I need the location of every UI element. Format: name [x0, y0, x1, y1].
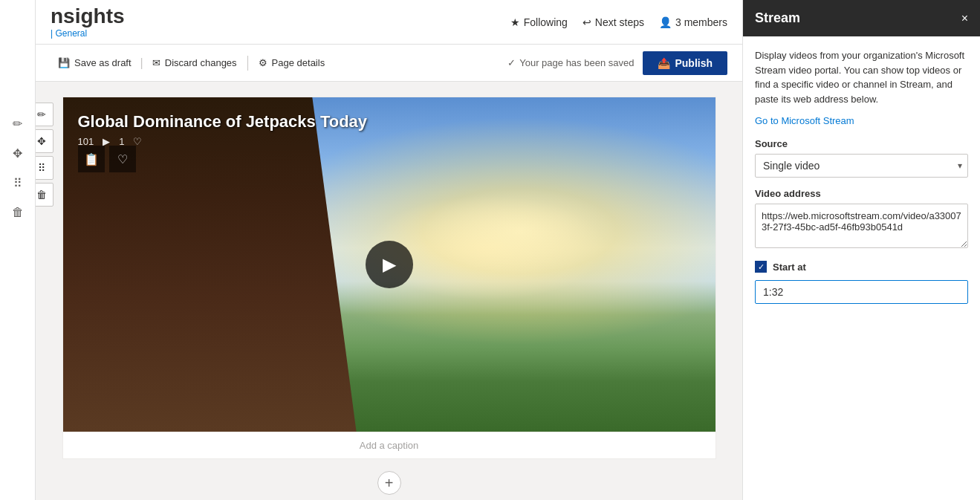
discard-icon: ✉	[152, 57, 160, 68]
publish-icon: 📤	[658, 57, 670, 69]
saved-status: ✓ Your page has been saved	[507, 57, 634, 68]
toolbar-separator	[247, 56, 248, 71]
following-label: Following	[524, 16, 568, 28]
site-title: nsights	[51, 5, 125, 28]
video-title: Global Dominance of Jetpacks Today	[78, 112, 368, 132]
publish-label: Publish	[675, 57, 713, 69]
page-details-label: Page details	[272, 57, 325, 68]
caption-area[interactable]: Add a caption	[63, 432, 715, 458]
delete-icon[interactable]: 🗑	[6, 201, 30, 224]
panel-body: Display videos from your organization's …	[743, 36, 980, 316]
star-icon: ★	[510, 16, 520, 28]
members-info[interactable]: 👤 3 members	[659, 16, 727, 28]
webpart-delete-button[interactable]: 🗑	[36, 183, 53, 207]
members-label: 3 members	[675, 16, 727, 28]
source-select-wrapper: Single video Channel Playlist ▾	[755, 154, 968, 178]
save-draft-button[interactable]: 💾 Save as draft	[51, 53, 139, 73]
save-icon: 💾	[58, 57, 70, 68]
video-like-button[interactable]: ♡	[109, 146, 136, 172]
publish-button[interactable]: 📤 Publish	[643, 51, 727, 75]
following-button[interactable]: ★ Following	[510, 16, 568, 28]
go-to-stream-link[interactable]: Go to Microsoft Stream	[755, 115, 968, 126]
checkmark-icon: ✓	[758, 263, 765, 271]
panel-description: Display videos from your organization's …	[755, 48, 968, 106]
panel-header: Stream ×	[743, 0, 980, 36]
video-actions: 📋 ♡	[78, 146, 136, 172]
toolbar: 💾 Save as draft | ✉ Discard changes ⚙ Pa…	[36, 45, 742, 82]
gear-icon: ⚙	[259, 57, 267, 68]
caption-placeholder: Add a caption	[360, 440, 419, 451]
webpart-move-button[interactable]: ✥	[36, 129, 53, 153]
add-section-bar: +	[51, 471, 727, 495]
drag-icon[interactable]: ⠿	[6, 171, 30, 195]
header-right: ★ Following ↩ Next steps 👤 3 members	[510, 16, 727, 28]
panel-title: Stream	[755, 10, 800, 26]
toolbar-divider: |	[139, 56, 145, 70]
check-icon: ✓	[507, 57, 516, 68]
video-info-overlay: Global Dominance of Jetpacks Today 101 ▶…	[78, 112, 368, 147]
stream-panel: Stream × Display videos from your organi…	[742, 0, 980, 500]
top-header: nsights | General ★ Following ↩ Next ste…	[36, 0, 742, 45]
person-icon: 👤	[659, 16, 672, 28]
webpart-drag-button[interactable]: ⠿	[36, 156, 53, 180]
main-content: nsights | General ★ Following ↩ Next ste…	[36, 0, 742, 500]
nextsteps-label: Next steps	[595, 16, 644, 28]
nextsteps-button[interactable]: ↩ Next steps	[583, 16, 644, 28]
start-at-checkbox[interactable]: ✓	[755, 261, 767, 273]
page-content: ✏ ✥ ⠿ 🗑 Global Domi	[36, 82, 742, 500]
webpart-edit-button[interactable]: ✏	[36, 103, 53, 126]
start-at-input[interactable]	[755, 280, 968, 304]
nextsteps-icon: ↩	[583, 16, 591, 28]
discard-changes-button[interactable]: ✉ Discard changes	[145, 53, 244, 73]
start-at-row: ✓ Start at	[755, 261, 968, 273]
save-draft-label: Save as draft	[74, 57, 132, 68]
video-address-label: Video address	[755, 188, 968, 199]
move-icon[interactable]: ✥	[6, 141, 30, 165]
edit-icon[interactable]: ✏	[6, 111, 30, 135]
source-label: Source	[755, 138, 968, 149]
left-sidebar: ✏ ✥ ⠿ 🗑	[0, 0, 36, 500]
webpart-toolbar: ✏ ✥ ⠿ 🗑	[36, 97, 53, 207]
video-thumbnail: Global Dominance of Jetpacks Today 101 ▶…	[63, 97, 715, 432]
source-select[interactable]: Single video Channel Playlist	[755, 154, 968, 178]
video-caption-button[interactable]: 📋	[78, 146, 105, 172]
video-address-input[interactable]: https://web.microsoftstream.com/video/a3…	[755, 204, 968, 248]
panel-close-button[interactable]: ×	[961, 12, 968, 25]
saved-status-text: Your page has been saved	[519, 57, 634, 68]
start-at-label: Start at	[773, 262, 806, 273]
site-title-area: nsights | General	[51, 5, 125, 39]
add-section-button[interactable]: +	[377, 471, 401, 495]
discard-label: Discard changes	[165, 57, 237, 68]
play-button[interactable]: ▶	[366, 241, 413, 288]
site-subtitle[interactable]: | General	[51, 28, 125, 39]
page-details-button[interactable]: ⚙ Page details	[251, 53, 333, 73]
video-container: Global Dominance of Jetpacks Today 101 ▶…	[63, 97, 715, 432]
toolbar-left: 💾 Save as draft | ✉ Discard changes ⚙ Pa…	[51, 53, 507, 73]
video-webpart: Global Dominance of Jetpacks Today 101 ▶…	[62, 97, 716, 459]
